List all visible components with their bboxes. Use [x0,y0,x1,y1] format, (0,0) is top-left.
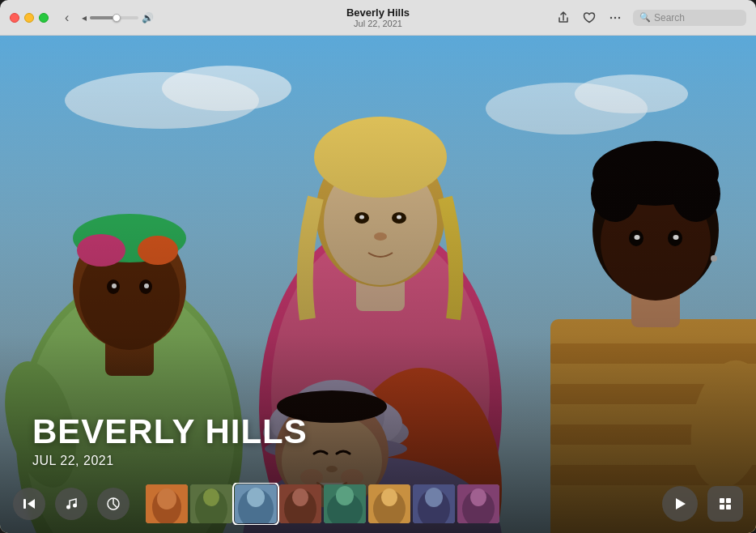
window-subtitle: Jul 22, 2021 [354,19,402,28]
back-button[interactable]: ‹ [62,9,72,27]
thumbnail-strip [146,483,646,525]
thumbnail-item[interactable] [457,484,499,523]
thumbnail-item[interactable] [190,484,232,523]
svg-point-1 [614,16,616,18]
svg-point-2 [618,16,620,18]
svg-point-70 [73,504,77,508]
titlebar-right: 🔍 [555,10,746,26]
maximize-button[interactable] [39,13,49,23]
volume-max-icon: 🔊 [142,12,154,23]
hero-date: JUL 22, 2021 [32,454,308,468]
svg-point-95 [470,488,486,506]
svg-point-89 [381,488,397,506]
svg-point-92 [425,488,443,507]
search-icon: 🔍 [639,12,651,23]
svg-point-86 [336,486,354,505]
thumbnail-item[interactable] [146,484,188,523]
search-input[interactable] [654,12,740,23]
volume-slider[interactable] [90,16,138,19]
volume-icon: ◂ [82,12,87,23]
thumbnail-item[interactable] [279,484,321,523]
thumbnail-item[interactable] [413,484,455,523]
svg-rect-97 [726,498,731,503]
svg-point-69 [66,505,70,510]
svg-point-83 [292,488,308,506]
hero-text-overlay: BEVERLY HILLS JUL 22, 2021 [32,413,308,468]
volume-control: ◂ 🔊 [82,12,154,23]
svg-rect-98 [720,505,724,510]
more-button[interactable] [607,10,623,26]
titlebar-center: Beverly Hills Jul 22, 2021 [346,6,410,29]
filter-button[interactable] [97,488,130,520]
thumbnail-item[interactable] [368,484,410,523]
svg-rect-68 [23,499,26,509]
share-button[interactable] [555,10,571,26]
thumbnail-item[interactable] [324,484,366,523]
hero-title: BEVERLY HILLS [32,413,308,450]
play-button[interactable] [662,486,698,522]
search-bar[interactable]: 🔍 [633,10,746,26]
skip-back-button[interactable] [13,488,45,520]
close-button[interactable] [10,13,19,23]
music-button[interactable] [55,488,87,520]
controls-bar [0,475,756,533]
svg-point-74 [157,488,176,510]
thumbnail-item-active[interactable] [235,484,277,523]
svg-point-0 [610,16,612,18]
svg-point-80 [247,488,265,507]
traffic-lights [10,13,49,23]
minimize-button[interactable] [24,13,34,23]
app-window: ‹ ◂ 🔊 Beverly Hills Jul 22, 2021 [0,0,756,533]
main-content: BEVERLY HILLS JUL 22, 2021 [0,36,756,533]
heart-button[interactable] [581,10,597,26]
window-title: Beverly Hills [346,6,410,19]
svg-rect-96 [720,498,724,503]
svg-point-77 [203,488,219,506]
grid-view-button[interactable] [707,486,743,522]
svg-rect-99 [726,505,731,510]
titlebar: ‹ ◂ 🔊 Beverly Hills Jul 22, 2021 [0,0,756,36]
